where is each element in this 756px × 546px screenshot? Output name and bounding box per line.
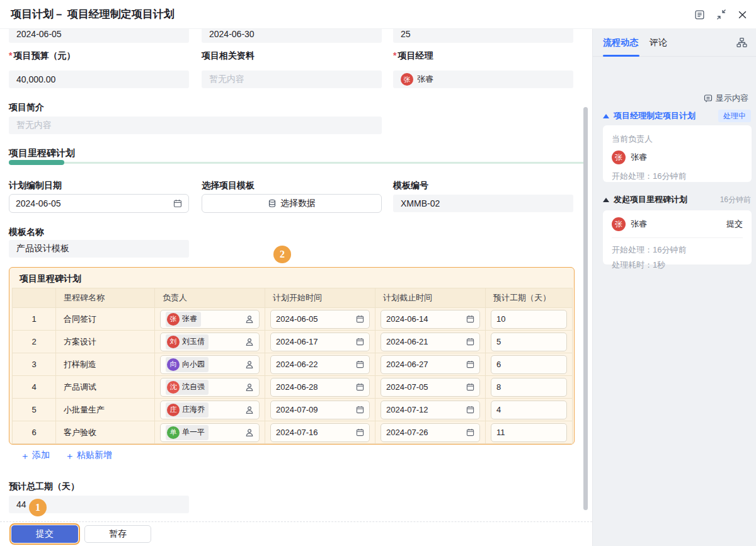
- milestone-table-row: 4 产品调试 沈 沈自强 2024-06-28 2024-07-05: [12, 376, 573, 399]
- process-card-current: 当前负责人 张 张睿 开始处理：16分钟前: [603, 125, 752, 182]
- owner-name: 单一平: [182, 427, 205, 438]
- process-node-initiated: 发起项目里程碑计划 16分钟前: [603, 194, 751, 205]
- active-tab-indicator: [603, 55, 639, 57]
- owner-name: 沈自强: [182, 382, 205, 392]
- org-chart-icon[interactable]: [736, 37, 747, 48]
- milestone-table-body: 1 合同签订 张 张睿 2024-06-05 2024-06-14: [12, 308, 573, 444]
- person-icon: [245, 338, 254, 346]
- show-content-button[interactable]: 显示内容: [704, 93, 748, 104]
- days-input[interactable]: 6: [491, 355, 567, 374]
- manager-avatar: 张: [401, 73, 413, 86]
- template-name-field[interactable]: 产品设计模板: [9, 240, 189, 258]
- milestone-table-title: 项目里程碑计划: [20, 273, 81, 285]
- add-row-button[interactable]: ＋添加: [20, 450, 50, 461]
- owner-select-input[interactable]: 单 单一平: [160, 423, 260, 442]
- owner-select-input[interactable]: 刘 刘玉倩: [160, 333, 260, 351]
- calendar-icon: [466, 428, 474, 436]
- header-milestone-name: 里程碑名称: [56, 288, 155, 307]
- start-date-input[interactable]: 2024-07-09: [270, 401, 370, 419]
- budget-label: 项目预算（元）: [9, 50, 189, 62]
- owner-row: 张 张睿 提交: [612, 217, 743, 231]
- document-icon[interactable]: [694, 9, 705, 20]
- milestone-name-cell[interactable]: 客户验收: [56, 421, 155, 443]
- person-icon: [245, 383, 254, 392]
- plan-date-value: 2024-06-05: [16, 198, 173, 208]
- materials-placeholder: 暂无内容: [209, 74, 244, 85]
- owner-select-input[interactable]: 沈 沈自强: [160, 378, 260, 397]
- owner-name: 张睿: [631, 152, 647, 163]
- owner-avatar: 沈: [167, 381, 180, 394]
- collapse-triangle-icon[interactable]: [603, 114, 609, 118]
- paste-add-label: 粘贴新增: [77, 450, 112, 461]
- paste-add-button[interactable]: ＋粘贴新增: [65, 450, 112, 461]
- end-date-input[interactable]: 2024-07-26: [381, 423, 480, 442]
- divider: [612, 237, 743, 238]
- milestone-name-cell[interactable]: 方案设计: [56, 331, 155, 353]
- milestone-name-cell[interactable]: 打样制造: [56, 353, 155, 375]
- duration-line: 处理耗时：1秒: [612, 259, 743, 271]
- collapse-triangle-icon[interactable]: [603, 198, 609, 202]
- show-content-icon: [704, 94, 713, 103]
- end-date-input[interactable]: 2024-06-27: [381, 355, 480, 374]
- process-card-initiated: 张 张睿 提交 开始处理：16分钟前 处理耗时：1秒: [603, 210, 752, 264]
- calendar-icon: [356, 360, 364, 368]
- end-date-input[interactable]: 2024-07-12: [381, 401, 480, 419]
- end-date-input[interactable]: 2024-06-14: [381, 310, 480, 329]
- template-name-value: 产品设计模板: [16, 243, 69, 254]
- days-input[interactable]: 5: [491, 333, 567, 351]
- end-date-input[interactable]: 2024-06-21: [381, 333, 480, 351]
- owner-select-input[interactable]: 向 向小园: [160, 355, 260, 374]
- save-draft-button[interactable]: 暂存: [84, 525, 151, 543]
- plus-icon: ＋: [20, 451, 30, 460]
- days-input[interactable]: 8: [491, 378, 567, 397]
- owner-avatar: 单: [167, 426, 180, 439]
- template-select-label: 选择项目模板: [202, 180, 382, 191]
- start-date-input[interactable]: 2024-07-16: [270, 423, 370, 442]
- milestone-plan-box: 项目里程碑计划 里程碑名称 负责人 计划开始时间 计划截止时间 预计工期（天） …: [9, 267, 575, 445]
- days-input[interactable]: 11: [491, 423, 567, 442]
- milestone-table-row: 3 打样制造 向 向小园 2024-06-22 2024-06-27: [12, 353, 573, 376]
- row-index: 6: [12, 421, 56, 443]
- template-no-field[interactable]: XMMB-02: [393, 195, 573, 212]
- milestone-name-cell[interactable]: 小批量生产: [56, 399, 155, 421]
- vertical-scrollbar[interactable]: [583, 107, 588, 510]
- start-date-input[interactable]: 2024-06-28: [270, 378, 370, 397]
- process-node-current: 项目经理制定项目计划 处理中: [603, 110, 751, 122]
- person-icon: [245, 315, 254, 324]
- row-index: 3: [12, 353, 56, 375]
- materials-field[interactable]: 暂无内容: [202, 71, 382, 88]
- milestone-name-cell[interactable]: 合同签订: [56, 308, 155, 330]
- select-data-button[interactable]: 选择数据: [202, 194, 382, 213]
- row-index: 4: [12, 376, 56, 398]
- tab-process-activity[interactable]: 流程动态: [603, 29, 638, 55]
- submit-button[interactable]: 提交: [11, 525, 78, 543]
- tab-comments[interactable]: 评论: [650, 29, 667, 55]
- manager-field[interactable]: 张 张睿: [393, 71, 573, 88]
- budget-field[interactable]: 40,000.00: [9, 71, 189, 88]
- owner-avatar: 张: [612, 217, 626, 231]
- owner-select-input[interactable]: 张 张睿: [160, 310, 260, 329]
- start-date-input[interactable]: 2024-06-17: [270, 333, 370, 351]
- start-date-input[interactable]: 2024-06-22: [270, 355, 370, 374]
- end-date-value: 2024-06-21: [386, 337, 466, 346]
- days-input[interactable]: 4: [491, 401, 567, 419]
- days-input[interactable]: 10: [491, 310, 567, 329]
- owner-avatar: 向: [167, 358, 180, 371]
- owner-name: 向小园: [182, 359, 205, 370]
- row-index: 1: [12, 308, 56, 330]
- collapse-window-icon[interactable]: [716, 9, 726, 20]
- footer-bar: 提交 暂存: [0, 521, 592, 546]
- milestone-table-row: 1 合同签订 张 张睿 2024-06-05 2024-06-14: [12, 308, 573, 331]
- calendar-icon: [466, 315, 474, 323]
- header-days: 预计工期（天）: [486, 288, 573, 307]
- end-date-input[interactable]: 2024-07-05: [381, 378, 480, 397]
- materials-label: 项目相关资料: [202, 50, 382, 62]
- owner-select-input[interactable]: 庄 庄海乔: [160, 401, 260, 419]
- close-icon[interactable]: [738, 10, 747, 20]
- plan-date-input[interactable]: 2024-06-05: [9, 194, 189, 213]
- milestone-name-cell[interactable]: 产品调试: [56, 376, 155, 398]
- intro-field[interactable]: 暂无内容: [9, 117, 382, 134]
- owner-avatar: 刘: [167, 336, 180, 348]
- owner-chip: 刘 刘玉倩: [166, 334, 209, 350]
- start-date-input[interactable]: 2024-06-05: [270, 310, 370, 329]
